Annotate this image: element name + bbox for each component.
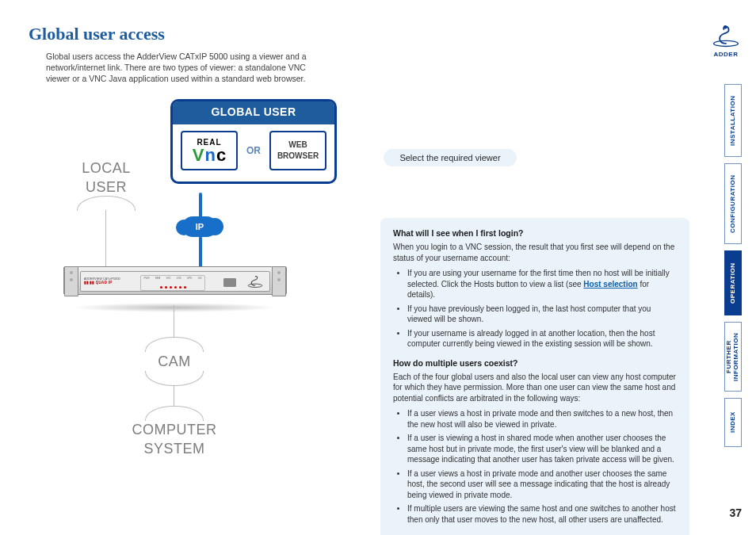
page-number: 37 [729, 506, 742, 521]
web-browser-line1: WEB [288, 139, 307, 151]
coexist-bullets: If a user views a host in private mode a… [393, 408, 677, 525]
web-browser-line2: BROWSER [277, 151, 319, 162]
cam-computer-connector [174, 385, 174, 406]
list-item: If you are using your username for the f… [407, 268, 677, 300]
list-item: If a user views a host in private mode a… [407, 408, 677, 430]
viewer-hint: Select the required viewer [384, 149, 517, 166]
brand-text: ADDER [710, 51, 742, 59]
nav-installation[interactable]: INSTALLATION [724, 84, 742, 157]
ip-connector-bottom [199, 236, 202, 268]
vnc-logo-icon: Vnc [193, 147, 226, 164]
global-user-title: GLOBAL USER [173, 101, 334, 124]
side-nav: INSTALLATION CONFIGURATION OPERATION FUR… [724, 84, 742, 447]
cam-label: CAM [135, 352, 214, 371]
list-item: If multiple users are viewing the same h… [407, 503, 677, 525]
local-user-label-line2: USER [86, 179, 127, 195]
computer-system-line1: COMPUTER [132, 422, 217, 438]
intro-paragraph: Global users access the AdderView CATxIP… [46, 51, 327, 85]
login-question-lead: When you login to a VNC session, the res… [393, 242, 677, 263]
login-info-panel: What will I see when I first login? When… [380, 218, 689, 535]
connection-diagram: LOCAL USER GLOBAL USER REAL Vnc OR WEB B… [48, 95, 333, 452]
device-snake-icon [246, 274, 265, 289]
ip-label: IP [196, 221, 204, 233]
page-title: Global user access [29, 22, 756, 46]
ip-cloud: IP [182, 216, 217, 237]
global-user-box: GLOBAL USER REAL Vnc OR WEB BROWSER [170, 99, 337, 184]
computer-system-line2: SYSTEM [143, 441, 204, 457]
local-user-connector [105, 210, 106, 269]
device-cam-connector [174, 305, 174, 337]
host-selection-link[interactable]: Host selection [583, 280, 637, 289]
web-browser-option[interactable]: WEB BROWSER [269, 131, 326, 170]
computer-cap [145, 406, 204, 421]
ip-connector-top [199, 193, 202, 218]
device-quad-text: ▮▮▮▮ QUAD IP [84, 281, 132, 285]
nav-index[interactable]: INDEX [724, 398, 742, 447]
local-user-cap [77, 196, 136, 211]
list-item: If you have previously been logged in, t… [407, 304, 677, 325]
svg-point-1 [724, 25, 727, 29]
nav-further-information[interactable]: FURTHERINFORMATION [724, 322, 742, 392]
snake-icon [712, 24, 740, 48]
coexist-question-lead: Each of the four global users and also t… [393, 372, 677, 404]
or-label: OR [244, 143, 263, 159]
device-port [223, 278, 236, 287]
vnc-viewer-option[interactable]: REAL Vnc [181, 131, 238, 170]
nav-configuration[interactable]: CONFIGURATION [724, 163, 742, 244]
list-item: If a user is viewing a host in shared mo… [407, 433, 677, 465]
local-user-label-line1: LOCAL [82, 160, 131, 176]
login-bullets: If you are using your username for the f… [393, 268, 677, 350]
nav-operation[interactable]: OPERATION [724, 250, 742, 315]
adder-logo: ADDER [710, 24, 742, 59]
adderview-device: ADDERVIEW CATxIP5000 ▮▮▮▮ QUAD IP PWR RE… [63, 266, 285, 306]
login-question-title: What will I see when I first login? [393, 227, 677, 239]
cam-cap [145, 337, 204, 352]
list-item: If your username is already logged in at… [407, 328, 677, 350]
device-led-panel: PWR REM VNC LNK UPG 100 [140, 275, 205, 291]
cam-cap-bottom [145, 371, 204, 386]
list-item: If a user views a host in private mode a… [407, 468, 677, 501]
coexist-question-title: How do multiple users coexist? [393, 357, 677, 369]
